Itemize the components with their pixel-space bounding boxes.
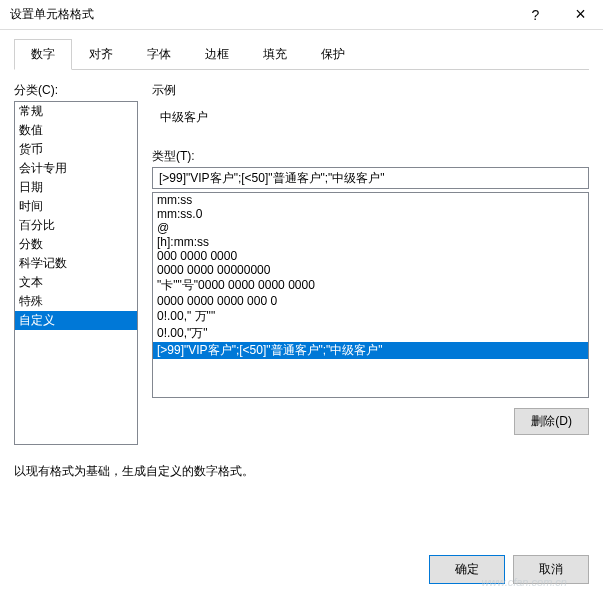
- tab-number[interactable]: 数字: [14, 39, 72, 70]
- help-button[interactable]: ?: [513, 0, 558, 30]
- type-item[interactable]: [h]:mm:ss: [153, 235, 588, 249]
- titlebar: 设置单元格格式 ? ×: [0, 0, 603, 30]
- category-label: 分类(C):: [14, 82, 138, 99]
- type-item[interactable]: @: [153, 221, 588, 235]
- sample-value: 中级客户: [152, 105, 589, 142]
- close-button[interactable]: ×: [558, 0, 603, 30]
- type-item[interactable]: 0!.00," 万"": [153, 308, 588, 325]
- category-item[interactable]: 分数: [15, 235, 137, 254]
- category-item[interactable]: 常规: [15, 102, 137, 121]
- type-input[interactable]: [152, 167, 589, 189]
- tab-fill[interactable]: 填充: [246, 39, 304, 70]
- type-label: 类型(T):: [152, 148, 589, 165]
- category-item[interactable]: 数值: [15, 121, 137, 140]
- window-title: 设置单元格格式: [10, 6, 513, 23]
- category-item[interactable]: 文本: [15, 273, 137, 292]
- category-item[interactable]: 百分比: [15, 216, 137, 235]
- tab-alignment[interactable]: 对齐: [72, 39, 130, 70]
- type-item[interactable]: 000 0000 0000: [153, 249, 588, 263]
- type-list[interactable]: mm:ss mm:ss.0 @ [h]:mm:ss 000 0000 0000 …: [152, 192, 589, 398]
- category-item[interactable]: 时间: [15, 197, 137, 216]
- dialog-footer: 确定 取消: [429, 555, 589, 584]
- type-item[interactable]: mm:ss: [153, 193, 588, 207]
- sample-label: 示例: [152, 82, 589, 99]
- category-item[interactable]: 会计专用: [15, 159, 137, 178]
- tab-border[interactable]: 边框: [188, 39, 246, 70]
- type-item[interactable]: 0!.00,"万": [153, 325, 588, 342]
- tabs: 数字 对齐 字体 边框 填充 保护: [14, 38, 589, 70]
- tab-font[interactable]: 字体: [130, 39, 188, 70]
- hint-text: 以现有格式为基础，生成自定义的数字格式。: [14, 463, 589, 480]
- type-item[interactable]: "卡""号"0000 0000 0000 0000: [153, 277, 588, 294]
- cancel-button[interactable]: 取消: [513, 555, 589, 584]
- category-item[interactable]: 自定义: [15, 311, 137, 330]
- type-item[interactable]: 0000 0000 00000000: [153, 263, 588, 277]
- category-item[interactable]: 货币: [15, 140, 137, 159]
- delete-button[interactable]: 删除(D): [514, 408, 589, 435]
- type-item[interactable]: 0000 0000 0000 000 0: [153, 294, 588, 308]
- tab-protection[interactable]: 保护: [304, 39, 362, 70]
- type-item[interactable]: [>99]"VIP客户";[<50]"普通客户";"中级客户": [153, 342, 588, 359]
- type-item[interactable]: mm:ss.0: [153, 207, 588, 221]
- category-item[interactable]: 特殊: [15, 292, 137, 311]
- category-item[interactable]: 科学记数: [15, 254, 137, 273]
- category-list[interactable]: 常规 数值 货币 会计专用 日期 时间 百分比 分数 科学记数 文本 特殊 自定…: [14, 101, 138, 445]
- category-item[interactable]: 日期: [15, 178, 137, 197]
- ok-button[interactable]: 确定: [429, 555, 505, 584]
